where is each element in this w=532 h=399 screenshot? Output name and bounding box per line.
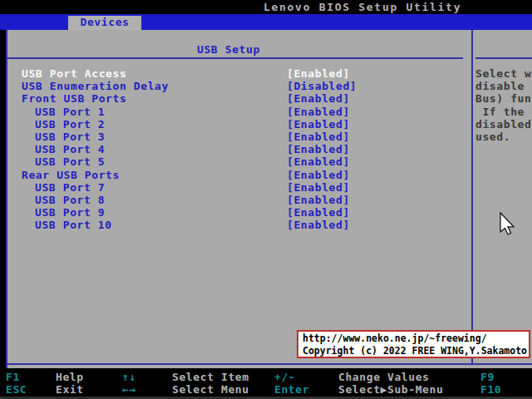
page-title: USB Setup bbox=[197, 43, 260, 56]
setting-label: USB Port 10 bbox=[35, 219, 112, 231]
setting-label: USB Port 5 bbox=[35, 155, 105, 168]
tab-devices[interactable]: Devices bbox=[68, 16, 141, 30]
setting-row[interactable]: USB Port 2[Enabled] bbox=[6, 118, 471, 131]
mouse-cursor-icon bbox=[500, 212, 515, 235]
help-line: disabled bbox=[475, 118, 532, 131]
main-panel: USB Setup USB Port Access[Enabled]USB En… bbox=[6, 30, 532, 368]
setting-label: USB Port 4 bbox=[35, 143, 105, 155]
footer-key: ←→ bbox=[122, 383, 136, 396]
window-title: Lenovo BIOS Setup Utility bbox=[264, 1, 461, 13]
help-line: If the bbox=[475, 106, 532, 118]
title-underline-right bbox=[475, 57, 532, 59]
help-line: Bus) fun bbox=[475, 92, 532, 105]
setting-value: [Enabled] bbox=[287, 219, 350, 231]
footer-key: F9 bbox=[480, 371, 495, 383]
footer-key-action: Select Menu bbox=[172, 383, 249, 396]
footer-key: ↑↓ bbox=[122, 371, 136, 383]
footer-key-action: Exit bbox=[56, 383, 84, 396]
setting-label: USB Port 8 bbox=[35, 194, 105, 206]
menu-bar: Devices bbox=[0, 14, 532, 30]
setting-value: [Disabled] bbox=[287, 80, 357, 92]
window-titlebar: Lenovo BIOS Setup Utility bbox=[0, 0, 532, 14]
help-line: Select w bbox=[475, 67, 532, 80]
footer-key-action: Select▶Sub-Menu bbox=[338, 383, 443, 396]
setting-row[interactable]: USB Port 1[Enabled] bbox=[6, 106, 471, 118]
footer-key-action: Help bbox=[56, 371, 84, 383]
footer-key: Enter bbox=[274, 383, 309, 396]
footer-key-action: Select Item bbox=[172, 371, 249, 383]
setting-label: Front USB Ports bbox=[22, 92, 126, 105]
help-panel-divider bbox=[471, 30, 473, 365]
panel-bottom-border bbox=[6, 363, 532, 365]
setting-row[interactable]: USB Port 9[Enabled] bbox=[6, 206, 471, 219]
copyright-text: Copyright (c) 2022 FREE WING,Y.Sakamoto bbox=[303, 345, 527, 357]
footer-key: F10 bbox=[480, 383, 501, 396]
setting-row[interactable]: USB Enumeration Delay[Disabled] bbox=[6, 80, 471, 92]
setting-label: USB Port 9 bbox=[35, 206, 105, 219]
setting-value: [Enabled] bbox=[287, 118, 350, 131]
footer-key: F1 bbox=[6, 371, 20, 383]
setting-row[interactable]: USB Port 8[Enabled] bbox=[6, 194, 471, 206]
footer-key: +/- bbox=[274, 371, 295, 383]
setting-label: USB Port Access bbox=[22, 67, 126, 80]
help-panel-text: Select wdisable Bus) fun If the disabled… bbox=[475, 67, 532, 143]
setting-row[interactable]: USB Port 5[Enabled] bbox=[6, 155, 471, 168]
setting-label: USB Port 2 bbox=[35, 118, 105, 131]
footer-key-action: Change Values bbox=[338, 371, 430, 383]
footer-key-legend: F1Help↑↓Select Item+/-Change ValuesF9ESC… bbox=[0, 368, 532, 399]
setting-row[interactable]: USB Port 10[Enabled] bbox=[6, 219, 471, 231]
setting-label: USB Port 7 bbox=[35, 181, 105, 194]
setting-row[interactable]: USB Port 4[Enabled] bbox=[6, 143, 471, 155]
setting-value: [Enabled] bbox=[287, 155, 350, 168]
setting-value: [Enabled] bbox=[287, 92, 350, 105]
help-line: used. bbox=[475, 131, 532, 143]
setting-value: [Enabled] bbox=[287, 181, 350, 194]
setting-value: [Enabled] bbox=[287, 169, 350, 181]
setting-label: USB Port 1 bbox=[35, 106, 105, 118]
setting-label: Rear USB Ports bbox=[22, 169, 120, 181]
help-line: disable bbox=[475, 80, 532, 92]
setting-value: [Enabled] bbox=[287, 67, 350, 80]
setting-row[interactable]: Rear USB Ports[Enabled] bbox=[6, 169, 471, 181]
bios-screen: Lenovo BIOS Setup Utility Devices USB Se… bbox=[0, 0, 532, 399]
copyright-box: http://www.neko.ne.jp/~freewing/ Copyrig… bbox=[297, 330, 530, 358]
setting-label: USB Port 3 bbox=[35, 131, 105, 143]
copyright-url: http://www.neko.ne.jp/~freewing/ bbox=[303, 332, 487, 344]
setting-row[interactable]: USB Port Access[Enabled] bbox=[6, 67, 471, 80]
setting-row[interactable]: USB Port 7[Enabled] bbox=[6, 181, 471, 194]
setting-label: USB Enumeration Delay bbox=[22, 80, 169, 92]
settings-list: USB Port Access[Enabled]USB Enumeration … bbox=[6, 67, 471, 231]
setting-value: [Enabled] bbox=[287, 106, 350, 118]
setting-row[interactable]: Front USB Ports[Enabled] bbox=[6, 92, 471, 105]
setting-value: [Enabled] bbox=[287, 143, 350, 155]
footer-key: ESC bbox=[6, 383, 27, 396]
setting-value: [Enabled] bbox=[287, 194, 350, 206]
title-underline-left bbox=[7, 57, 463, 59]
setting-value: [Enabled] bbox=[287, 206, 350, 219]
setting-row[interactable]: USB Port 3[Enabled] bbox=[6, 131, 471, 143]
setting-value: [Enabled] bbox=[287, 131, 350, 143]
